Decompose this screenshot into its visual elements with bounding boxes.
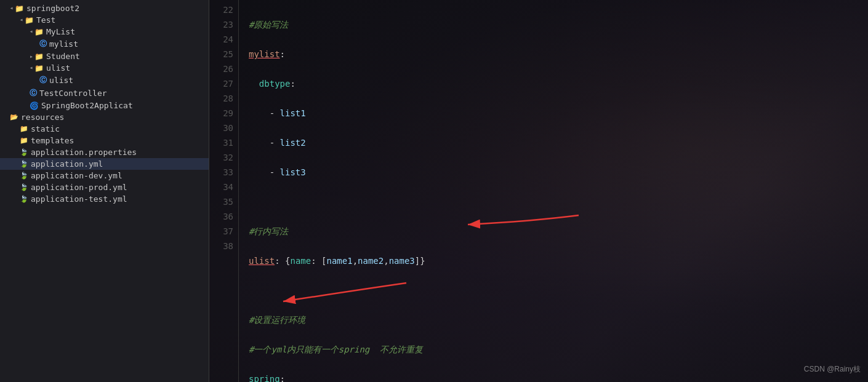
code-line-29: #行内写法	[249, 224, 858, 239]
code-line-24: dbtype:	[249, 76, 858, 91]
sidebar-item-label: ulist	[46, 63, 70, 73]
sidebar-item-test[interactable]: ▾ 📁 Test	[0, 14, 209, 26]
folder-icon: 📁	[34, 52, 44, 61]
line-numbers: 22 23 24 25 26 27 28 29 30 31 32 33 34 3…	[209, 0, 239, 382]
sidebar-item-label: application-dev.yml	[31, 171, 123, 180]
file-icon: 🍃	[20, 148, 28, 156]
sidebar-item-label: mylist	[49, 39, 78, 49]
sidebar-item-resources[interactable]: 📂 resources	[0, 111, 209, 123]
file-icon: 🍃	[20, 195, 28, 203]
sidebar-item-app-yml[interactable]: 🍃 application.yml	[0, 158, 209, 170]
folder-icon: 📁	[25, 16, 34, 25]
class-icon: Ⓒ	[39, 39, 47, 49]
file-icon: 🍃	[20, 172, 28, 180]
sidebar-item-label: TestController	[39, 89, 107, 98]
file-icon: 🍃	[20, 183, 28, 191]
sidebar-item-label: static	[31, 124, 60, 133]
chevron-icon: ▾	[9, 6, 15, 10]
sidebar-item-label: application-test.yml	[31, 194, 127, 204]
code-line-23: mylist:	[249, 47, 858, 62]
chevron-icon: ▸	[30, 53, 33, 60]
folder-icon: 📁	[20, 125, 28, 133]
sidebar-item-mylist-folder[interactable]: ▾ 📁 MyList	[0, 26, 209, 38]
sidebar-item-label: springboot2	[26, 4, 79, 13]
chevron-icon: ▾	[18, 18, 25, 22]
sidebar-item-student[interactable]: ▸ 📁 Student	[0, 50, 209, 62]
sidebar-item-springboot2[interactable]: ▾ 📁 springboot2	[0, 2, 209, 14]
code-line-30: ulist: {name: [name1,name2,name3]}	[249, 253, 858, 268]
code-line-26: - list2	[249, 135, 858, 150]
sidebar-item-ulist-class[interactable]: Ⓒ ulist	[0, 74, 209, 87]
code-panel: 22 23 24 25 26 27 28 29 30 31 32 33 34 3…	[209, 0, 868, 382]
sidebar-item-springboot2app[interactable]: 🌀 SpringBoot2Applicat	[0, 100, 209, 111]
sidebar-item-testcontroller[interactable]: Ⓒ TestController	[0, 87, 209, 100]
sidebar-item-templates[interactable]: 📁 templates	[0, 135, 209, 146]
sidebar-item-app-prod[interactable]: 🍃 application-prod.yml	[0, 181, 209, 193]
folder-open-icon: 📂	[10, 113, 18, 121]
code-line-25: - list1	[249, 106, 858, 121]
code-line-27: - list3	[249, 165, 858, 180]
sidebar-item-label: MyList	[46, 27, 75, 36]
sidebar-item-label: Test	[36, 15, 55, 25]
watermark: CSDN @Rainy枝	[804, 364, 861, 375]
sidebar-item-label: SpringBoot2Applicat	[41, 101, 133, 110]
code-line-33: #一个yml内只能有一个spring 不允许重复	[249, 342, 858, 357]
code-line-32: #设置运行环境	[249, 312, 858, 327]
folder-icon: 📁	[20, 137, 28, 145]
sidebar-item-label: resources	[21, 113, 64, 122]
sidebar-item-app-properties[interactable]: 🍃 application.properties	[0, 146, 209, 158]
sidebar-item-label: ulist	[49, 76, 73, 85]
file-tree[interactable]: ▾ 📁 springboot2 ▾ 📁 Test ▾ 📁 MyList Ⓒ my…	[0, 0, 209, 382]
code-line-34: spring:	[249, 372, 858, 382]
sidebar-item-mylist-class[interactable]: Ⓒ mylist	[0, 38, 209, 50]
sidebar-item-app-dev[interactable]: 🍃 application-dev.yml	[0, 170, 209, 181]
chevron-icon: ▾	[28, 30, 35, 33]
spring-icon: 🌀	[30, 101, 39, 110]
sidebar-item-label: Student	[46, 52, 80, 61]
sidebar-item-label: application.properties	[31, 148, 137, 157]
folder-icon: 📁	[34, 28, 44, 36]
code-line-28	[249, 194, 858, 209]
code-line-22: #原始写法	[249, 17, 858, 32]
folder-icon: 📁	[34, 64, 44, 73]
code-content[interactable]: #原始写法 mylist: dbtype: - list1 - list2 - …	[239, 0, 868, 382]
class-icon: Ⓒ	[30, 88, 37, 98]
editor-area: 22 23 24 25 26 27 28 29 30 31 32 33 34 3…	[209, 0, 868, 382]
file-icon: 🍃	[20, 160, 28, 168]
sidebar-item-app-test[interactable]: 🍃 application-test.yml	[0, 193, 209, 205]
chevron-icon: ▾	[28, 66, 35, 70]
sidebar-item-label: application-prod.yml	[31, 183, 127, 192]
sidebar-item-label: application.yml	[31, 159, 103, 169]
class-icon: Ⓒ	[39, 75, 47, 86]
sidebar-item-ulist-folder[interactable]: ▾ 📁 ulist	[0, 62, 209, 74]
folder-icon: 📁	[15, 4, 24, 13]
sidebar-item-static[interactable]: 📁 static	[0, 123, 209, 135]
code-line-31	[249, 283, 858, 298]
sidebar-item-label: templates	[31, 136, 74, 145]
